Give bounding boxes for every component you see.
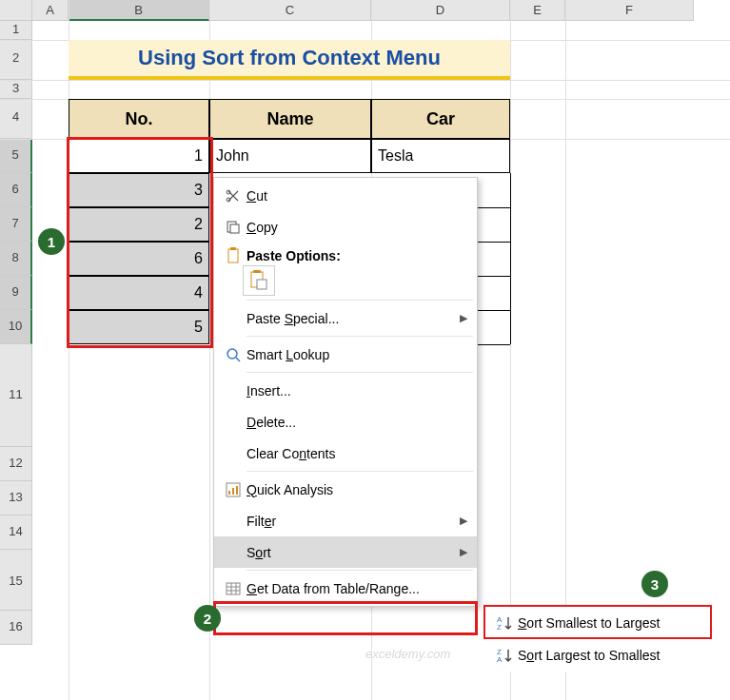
ctx-copy-label: Copy bbox=[247, 220, 467, 235]
svg-rect-8 bbox=[257, 280, 266, 289]
svg-rect-13 bbox=[236, 486, 238, 495]
ctx-copy[interactable]: Copy bbox=[214, 211, 477, 243]
ctx-clear-label: Clear Contents bbox=[247, 446, 467, 461]
col-header-f[interactable]: F bbox=[565, 0, 694, 21]
row-header-13[interactable]: 13 bbox=[0, 481, 32, 515]
svg-point-9 bbox=[227, 349, 237, 359]
sort-submenu: AZ Sort Smallest to Largest ZA Sort Larg… bbox=[485, 607, 710, 671]
ctx-paste-options-label: Paste Options: bbox=[247, 248, 467, 263]
ctx-delete[interactable]: Delete... bbox=[214, 406, 477, 438]
cell-b7[interactable]: 2 bbox=[69, 207, 209, 242]
ctx-clear-contents[interactable]: Clear Contents bbox=[214, 438, 477, 469]
ctx-get-data[interactable]: Get Data from Table/Range... bbox=[214, 573, 477, 604]
row-header-10[interactable]: 10 bbox=[0, 310, 32, 344]
callout-2: 2 bbox=[194, 605, 221, 632]
svg-rect-7 bbox=[253, 270, 261, 273]
clipboard-icon bbox=[220, 247, 247, 264]
col-header-e[interactable]: E bbox=[510, 0, 565, 21]
copy-icon bbox=[220, 220, 247, 235]
sort-smallest-to-largest[interactable]: AZ Sort Smallest to Largest bbox=[485, 607, 710, 639]
context-menu: Cut Copy Paste Options: Paste Special...… bbox=[213, 177, 478, 607]
ctx-paste-special[interactable]: Paste Special... ▶ bbox=[214, 302, 477, 334]
cell-d5[interactable]: Tesla bbox=[371, 139, 510, 173]
svg-rect-12 bbox=[232, 488, 234, 495]
ctx-cut[interactable]: Cut bbox=[214, 180, 477, 211]
cell-b5[interactable]: 1 bbox=[69, 139, 209, 173]
page-title: Using Sort from Context Menu bbox=[69, 40, 510, 80]
table-header-name: Name bbox=[209, 99, 371, 139]
svg-rect-5 bbox=[230, 247, 236, 250]
chevron-right-icon: ▶ bbox=[450, 515, 467, 527]
ctx-smart-lookup-label: Smart Lookup bbox=[247, 347, 467, 362]
row-header-3[interactable]: 3 bbox=[0, 80, 32, 99]
ctx-quick-analysis-label: Quick Analysis bbox=[247, 482, 467, 497]
col-header-c[interactable]: C bbox=[209, 0, 371, 21]
row-header-9[interactable]: 9 bbox=[0, 276, 32, 310]
cell-c5[interactable]: John bbox=[209, 139, 371, 173]
svg-rect-4 bbox=[228, 249, 238, 262]
table-header-no: No. bbox=[69, 99, 209, 139]
svg-rect-3 bbox=[230, 224, 239, 233]
sort-largest-to-smallest[interactable]: ZA Sort Largest to Smallest bbox=[485, 639, 710, 671]
ctx-delete-label: Delete... bbox=[247, 415, 467, 430]
cell-b10[interactable]: 5 bbox=[69, 310, 209, 344]
row-header-1[interactable]: 1 bbox=[0, 21, 32, 40]
sort-asc-icon: AZ bbox=[491, 614, 518, 632]
quick-analysis-icon bbox=[220, 482, 247, 497]
sort-desc-icon: ZA bbox=[491, 647, 518, 664]
row-headers: 1 2 3 4 5 6 7 8 9 10 11 12 13 14 15 16 bbox=[0, 21, 32, 645]
row-header-7[interactable]: 7 bbox=[0, 207, 32, 242]
search-icon bbox=[220, 347, 247, 362]
table-header-car: Car bbox=[371, 99, 510, 139]
row-header-4[interactable]: 4 bbox=[0, 99, 32, 139]
row-header-2[interactable]: 2 bbox=[0, 40, 32, 80]
ctx-filter[interactable]: Filter ▶ bbox=[214, 505, 477, 536]
ctx-insert-label: Insert... bbox=[247, 383, 467, 399]
row-header-6[interactable]: 6 bbox=[0, 173, 32, 207]
callout-1: 1 bbox=[38, 228, 65, 255]
row-header-12[interactable]: 12 bbox=[0, 447, 32, 481]
sort-s2l-label: Sort Smallest to Largest bbox=[518, 615, 700, 631]
cell-b6[interactable]: 3 bbox=[69, 173, 209, 207]
ctx-insert[interactable]: Insert... bbox=[214, 375, 477, 406]
row-header-8[interactable]: 8 bbox=[0, 242, 32, 276]
cell-b9[interactable]: 4 bbox=[69, 276, 209, 310]
row-header-16[interactable]: 16 bbox=[0, 611, 32, 645]
callout-3: 3 bbox=[641, 571, 668, 597]
ctx-sort[interactable]: Sort ▶ bbox=[214, 536, 477, 568]
column-headers: A B C D E F bbox=[0, 0, 694, 21]
watermark: exceldemy.com bbox=[365, 647, 450, 661]
ctx-cut-label: Cut bbox=[247, 188, 467, 204]
col-header-d[interactable]: D bbox=[371, 0, 510, 21]
col-header-a[interactable]: A bbox=[32, 0, 69, 21]
row-header-14[interactable]: 14 bbox=[0, 515, 32, 550]
paste-default-button[interactable] bbox=[243, 265, 275, 296]
svg-rect-11 bbox=[228, 491, 230, 495]
chevron-right-icon: ▶ bbox=[450, 312, 467, 324]
scissors-icon bbox=[220, 188, 247, 204]
ctx-smart-lookup[interactable]: Smart Lookup bbox=[214, 339, 477, 370]
chevron-right-icon: ▶ bbox=[450, 546, 467, 558]
sort-l2s-label: Sort Largest to Smallest bbox=[518, 648, 700, 663]
ctx-quick-analysis[interactable]: Quick Analysis bbox=[214, 474, 477, 505]
col-header-b[interactable]: B bbox=[69, 0, 209, 21]
ctx-sort-label: Sort bbox=[247, 545, 450, 560]
ctx-get-data-label: Get Data from Table/Range... bbox=[247, 581, 467, 596]
ctx-filter-label: Filter bbox=[247, 514, 450, 529]
table-icon bbox=[220, 581, 247, 596]
row-header-11[interactable]: 11 bbox=[0, 344, 32, 447]
cell-b8[interactable]: 6 bbox=[69, 242, 209, 276]
row-header-5[interactable]: 5 bbox=[0, 139, 32, 173]
ctx-paste-special-label: Paste Special... bbox=[247, 311, 450, 326]
svg-rect-14 bbox=[227, 583, 240, 594]
row-header-15[interactable]: 15 bbox=[0, 550, 32, 611]
svg-text:Z: Z bbox=[497, 623, 502, 632]
svg-text:A: A bbox=[497, 655, 503, 664]
